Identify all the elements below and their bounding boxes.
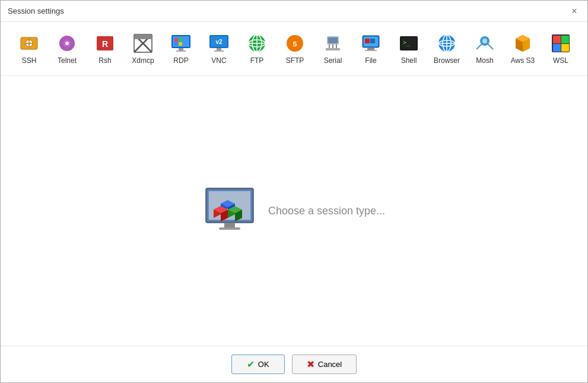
shell-icon: >_: [398, 33, 419, 54]
session-settings-dialog: Session settings × SSH: [0, 0, 588, 383]
svg-point-6: [65, 42, 69, 45]
session-item-sftp[interactable]: S SFTP: [276, 29, 314, 68]
svg-rect-38: [326, 48, 340, 50]
svg-rect-18: [179, 38, 182, 42]
svg-rect-15: [179, 48, 183, 50]
placeholder-text: Choose a session type...: [268, 205, 385, 217]
svg-rect-23: [217, 48, 221, 50]
dialog-title: Session settings: [8, 7, 64, 15]
xdmcp-icon: [132, 33, 154, 54]
file-label: File: [365, 56, 376, 65]
browser-label: Browser: [434, 56, 460, 65]
session-item-awss3[interactable]: Aws S3: [504, 29, 542, 68]
svg-rect-12: [134, 34, 152, 39]
session-item-xdmcp[interactable]: Xdmcp: [124, 29, 162, 68]
session-item-vnc[interactable]: v2 VNC: [200, 29, 238, 68]
mosh-label: Mosh: [476, 56, 493, 65]
svg-point-56: [482, 39, 487, 43]
svg-text:R: R: [102, 39, 108, 49]
ok-icon: ✔: [247, 359, 255, 370]
awss3-label: Aws S3: [511, 56, 535, 65]
svg-text:>_: >_: [403, 39, 411, 46]
ok-button[interactable]: ✔ OK: [231, 354, 285, 374]
awss3-icon: [512, 33, 533, 54]
svg-rect-34: [328, 37, 338, 43]
serial-label: Serial: [324, 56, 342, 65]
svg-rect-63: [561, 36, 569, 43]
svg-rect-42: [365, 50, 377, 51]
rsh-icon: R: [94, 33, 116, 54]
placeholder-area: Choose a session type...: [203, 187, 385, 235]
svg-rect-19: [174, 42, 178, 46]
session-item-browser[interactable]: Browser: [428, 29, 466, 68]
wsl-label: WSL: [553, 56, 568, 65]
ftp-label: FTP: [250, 56, 264, 65]
file-icon: [360, 33, 382, 54]
title-bar: Session settings ×: [1, 1, 587, 22]
svg-rect-41: [367, 48, 374, 50]
svg-rect-17: [174, 38, 178, 42]
ftp-icon: [246, 33, 268, 54]
monitor-illustration: [203, 187, 256, 235]
svg-rect-62: [553, 36, 561, 43]
sftp-icon: S: [284, 33, 306, 54]
telnet-icon: [56, 33, 78, 54]
xdmcp-label: Xdmcp: [132, 56, 154, 65]
ssh-label: SSH: [22, 56, 37, 65]
session-item-wsl[interactable]: WSL: [542, 29, 580, 68]
svg-rect-16: [176, 50, 186, 52]
shell-label: Shell: [401, 56, 417, 65]
rdp-icon: [170, 33, 192, 54]
cancel-icon: ✖: [307, 359, 314, 370]
svg-rect-44: [370, 39, 375, 43]
cancel-button[interactable]: ✖ Cancel: [292, 354, 357, 374]
wsl-icon: [550, 33, 571, 54]
svg-text:S: S: [293, 40, 297, 48]
svg-rect-43: [365, 39, 370, 43]
close-button[interactable]: ×: [568, 5, 580, 17]
session-item-ftp[interactable]: FTP: [238, 29, 276, 68]
main-content-area: Choose a session type...: [1, 76, 587, 346]
svg-rect-65: [561, 44, 569, 52]
cancel-label: Cancel: [318, 360, 342, 369]
dialog-footer: ✔ OK ✖ Cancel: [1, 346, 587, 382]
svg-rect-69: [224, 223, 235, 227]
ssh-icon: [18, 33, 40, 54]
serial-icon: [322, 33, 344, 54]
session-item-mosh[interactable]: Mosh: [466, 29, 504, 68]
svg-rect-64: [553, 44, 561, 52]
ok-label: OK: [258, 360, 269, 369]
svg-rect-70: [219, 227, 240, 230]
session-item-serial[interactable]: Serial: [314, 29, 352, 68]
sftp-label: SFTP: [286, 56, 304, 65]
session-item-rsh[interactable]: R Rsh: [86, 29, 124, 68]
session-type-list: SSH Telnet R Rsh: [1, 22, 587, 76]
vnc-label: VNC: [211, 56, 226, 65]
vnc-icon: v2: [208, 33, 230, 54]
browser-icon: [436, 33, 457, 54]
session-item-ssh[interactable]: SSH: [10, 29, 48, 68]
svg-text:v2: v2: [215, 39, 223, 45]
telnet-label: Telnet: [58, 56, 77, 65]
mosh-icon: [474, 33, 495, 54]
session-item-shell[interactable]: >_ Shell: [390, 29, 428, 68]
svg-rect-20: [179, 42, 182, 46]
rdp-label: RDP: [173, 56, 188, 65]
svg-rect-24: [214, 50, 224, 52]
rsh-label: Rsh: [98, 56, 111, 65]
session-item-file[interactable]: File: [352, 29, 390, 68]
session-item-rdp[interactable]: RDP: [162, 29, 200, 68]
session-item-telnet[interactable]: Telnet: [48, 29, 86, 68]
